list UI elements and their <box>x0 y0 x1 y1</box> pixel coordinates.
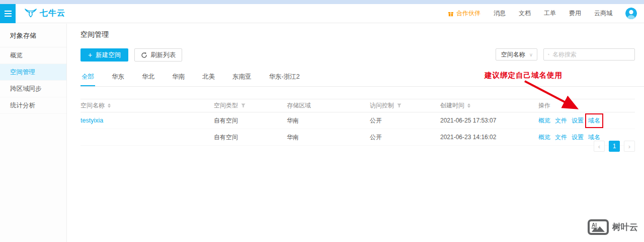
filter-icon[interactable] <box>397 103 401 108</box>
sort-icon[interactable] <box>108 103 111 108</box>
table-row: 自有空间 华南 公开 2021-06-23 14:16:02 概览 文件 设置 … <box>80 129 635 146</box>
action-settings-link[interactable]: 设置 <box>572 133 584 142</box>
refresh-button-label: 刷新列表 <box>150 51 176 59</box>
header-space-type[interactable]: 空间类型 <box>214 101 287 110</box>
nav-item-partner-label: 合作伙伴 <box>456 9 480 18</box>
nav-item-messages[interactable]: 消息 <box>494 9 506 18</box>
annotation-text: 建议绑定自己域名使用 <box>485 71 562 80</box>
main-content: 空间管理 + 新建空间 刷新列表 空间名称 ∨ <box>67 24 644 242</box>
toolbar: + 新建空间 刷新列表 空间名称 ∨ <box>80 48 644 62</box>
search-field-dropdown[interactable]: 空间名称 ∨ <box>496 48 537 60</box>
action-domain-link[interactable]: 域名 <box>588 116 600 125</box>
access-control-cell: 公开 <box>370 116 440 125</box>
sort-icon[interactable] <box>467 103 470 108</box>
search-icon <box>548 51 549 57</box>
action-settings-link[interactable]: 设置 <box>572 116 584 125</box>
row-actions: 概览 文件 设置 域名 <box>538 116 635 125</box>
logo-text: 七牛云 <box>40 8 65 19</box>
search-group: 空间名称 ∨ <box>496 48 635 60</box>
sidebar-item-statistics[interactable]: 统计分析 <box>0 97 66 114</box>
refresh-list-button[interactable]: 刷新列表 <box>134 48 182 62</box>
pagination-prev-button[interactable]: ‹ <box>594 141 605 152</box>
row-actions: 概览 文件 设置 域名 <box>538 133 635 142</box>
tab-south-china[interactable]: 华南 <box>171 70 186 86</box>
nav-item-cloud-market[interactable]: 云商城 <box>594 9 612 18</box>
hamburger-icon <box>5 11 12 17</box>
dropdown-selected-value: 空间名称 <box>501 50 525 59</box>
top-navbar: 七牛云 合作伙伴 消息 文档 工单 费用 云商城 <box>0 4 644 23</box>
navbar-links: 合作伙伴 消息 文档 工单 费用 云商城 <box>448 8 644 19</box>
refresh-icon <box>141 52 147 58</box>
menu-toggle-button[interactable] <box>0 4 16 23</box>
search-input[interactable] <box>552 51 630 58</box>
chevron-down-icon: ∨ <box>529 52 533 57</box>
header-access-control[interactable]: 访问控制 <box>370 101 440 110</box>
storage-region-cell: 华南 <box>287 133 370 142</box>
action-files-link[interactable]: 文件 <box>555 133 567 142</box>
tab-southeast-asia[interactable]: 东南亚 <box>231 70 253 86</box>
header-created-time[interactable]: 创建时间 <box>440 101 538 110</box>
header-storage-region: 存储区域 <box>287 101 370 110</box>
user-avatar[interactable] <box>625 8 637 19</box>
nav-item-tickets[interactable]: 工单 <box>544 9 556 18</box>
sidebar-section-title: 对象存储 <box>0 24 66 47</box>
watermark: AI 树叶云 <box>588 219 638 235</box>
pagination: ‹ 1 › <box>594 141 635 152</box>
nav-item-docs[interactable]: 文档 <box>519 9 531 18</box>
space-name-link[interactable]: testyixia <box>80 117 103 124</box>
space-type-cell: 自有空间 <box>214 133 287 142</box>
pagination-page-1[interactable]: 1 <box>609 141 620 152</box>
action-overview-link[interactable]: 概览 <box>538 116 550 125</box>
filter-icon[interactable] <box>241 103 246 108</box>
plus-icon: + <box>88 51 92 58</box>
storage-region-cell: 华南 <box>287 116 370 125</box>
new-space-button[interactable]: + 新建空间 <box>80 48 128 62</box>
action-files-link[interactable]: 文件 <box>555 116 567 125</box>
tab-east-china-zhejiang2[interactable]: 华东-浙江2 <box>268 70 301 86</box>
spaces-table: 空间名称 空间类型 存储区域 访问控制 创建时间 <box>80 99 635 146</box>
header-actions: 操作 <box>538 101 635 110</box>
qiniu-logo[interactable]: 七牛云 <box>25 8 65 19</box>
sidebar: 对象存储 概览 空间管理 跨区域同步 统计分析 <box>0 24 67 242</box>
table-header-row: 空间名称 空间类型 存储区域 访问控制 创建时间 <box>80 99 635 112</box>
action-domain-link[interactable]: 域名 <box>588 133 600 142</box>
created-time-cell: 2021-06-25 17:53:07 <box>440 117 538 124</box>
tab-north-china[interactable]: 华北 <box>141 70 155 86</box>
table-row: testyixia 自有空间 华南 公开 2021-06-25 17:53:07… <box>80 112 635 129</box>
tab-all[interactable]: 全部 <box>80 70 95 86</box>
new-space-button-label: 新建空间 <box>96 51 121 59</box>
watermark-brand-text: 树叶云 <box>612 221 638 233</box>
qiniu-bull-icon <box>25 9 37 19</box>
tab-east-china[interactable]: 华东 <box>111 70 125 86</box>
qiniu-console-screen: 七牛云 合作伙伴 消息 文档 工单 费用 云商城 <box>0 0 644 242</box>
action-overview-link[interactable]: 概览 <box>538 133 550 142</box>
created-time-cell: 2021-06-23 14:16:02 <box>440 134 538 141</box>
header-space-name[interactable]: 空间名称 <box>80 101 214 110</box>
sidebar-item-overview[interactable]: 概览 <box>0 47 66 64</box>
tab-north-america[interactable]: 北美 <box>201 70 216 86</box>
page-title: 空间管理 <box>80 30 644 39</box>
space-type-cell: 自有空间 <box>214 116 287 125</box>
svg-text:AI: AI <box>592 222 597 228</box>
sidebar-item-cross-region-sync[interactable]: 跨区域同步 <box>0 81 66 97</box>
user-avatar-icon <box>625 8 637 19</box>
nav-item-billing[interactable]: 费用 <box>569 9 581 18</box>
sidebar-item-space-management[interactable]: 空间管理 <box>0 64 66 81</box>
search-box <box>543 48 635 60</box>
access-control-cell: 公开 <box>370 133 440 142</box>
watermark-ai-image-icon: AI <box>588 219 609 235</box>
pagination-next-button[interactable]: › <box>624 141 635 152</box>
gift-icon <box>448 11 454 17</box>
nav-item-partner[interactable]: 合作伙伴 <box>448 9 480 18</box>
top-strip <box>0 0 644 4</box>
